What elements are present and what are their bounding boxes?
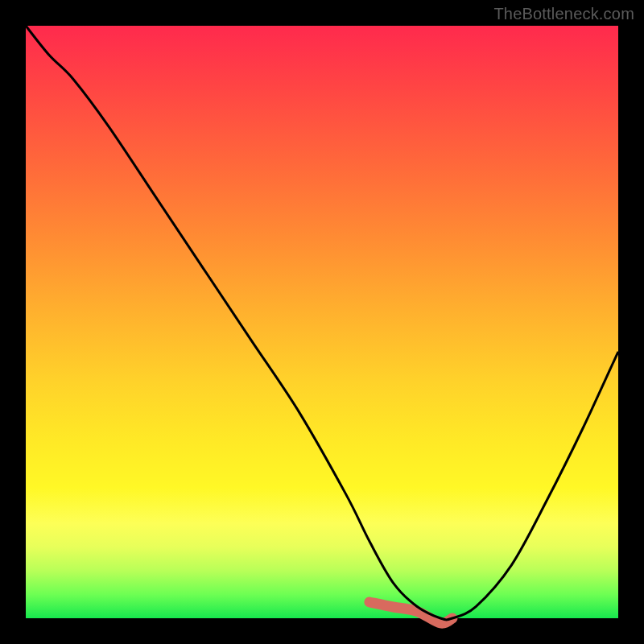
curve-svg: [26, 26, 618, 618]
watermark-text: TheBottleneck.com: [493, 5, 634, 23]
bottleneck-highlight: [369, 602, 452, 623]
chart-frame: TheBottleneck.com: [0, 0, 644, 644]
bottleneck-curve: [26, 26, 618, 620]
plot-area: [26, 26, 618, 618]
